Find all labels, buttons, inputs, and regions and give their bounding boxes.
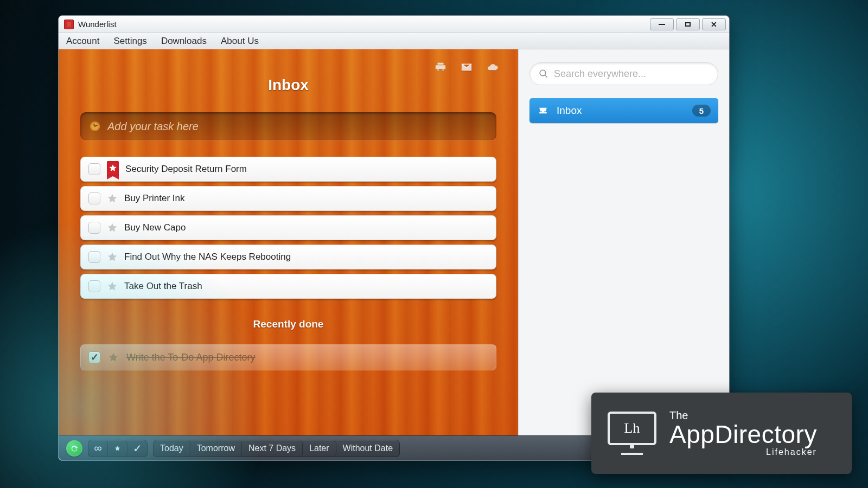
maximize-button[interactable]	[676, 18, 700, 30]
task-checkbox[interactable]	[88, 222, 100, 234]
add-task-input[interactable]	[107, 120, 487, 133]
task-checkbox[interactable]	[88, 280, 100, 292]
clock-icon	[90, 121, 100, 131]
date-filter-group: Today Tomorrow Next 7 Days Later Without…	[153, 440, 400, 457]
task-row[interactable]: Security Deposit Return Form	[80, 157, 496, 182]
task-label: Write the To-Do App Directory	[126, 352, 255, 363]
app-directory-overlay: Lh The AppDirectory Lifehacker	[591, 393, 852, 474]
task-label: Security Deposit Return Form	[125, 164, 247, 175]
task-row[interactable]: Find Out Why the NAS Keeps Rebooting	[80, 245, 496, 269]
filter-nodate[interactable]: Without Date	[336, 440, 399, 457]
done-filter-icon[interactable]: ✓	[127, 440, 147, 457]
task-checkbox[interactable]	[88, 251, 100, 263]
overlay-sub: Lifehacker	[766, 448, 817, 457]
task-row[interactable]: Take Out the Trash	[80, 274, 496, 299]
link-icon[interactable]: ∞	[88, 440, 108, 457]
task-checkbox[interactable]	[88, 192, 100, 204]
search-icon	[539, 69, 548, 79]
tool-group: ∞ ✓	[88, 440, 148, 457]
sidebar-item-inbox[interactable]: Inbox 5	[529, 98, 718, 123]
star-icon[interactable]	[108, 352, 119, 363]
recently-done-label: Recently done	[80, 318, 496, 330]
done-task-row[interactable]: ✓ Write the To-Do App Directory	[80, 344, 496, 370]
titlebar[interactable]: Wunderlist ✕	[59, 16, 729, 33]
overlay-the: The	[669, 410, 817, 421]
monitor-monogram: Lh	[608, 412, 656, 445]
menu-account[interactable]: Account	[66, 36, 99, 47]
task-label: Take Out the Trash	[124, 281, 202, 292]
mail-icon[interactable]	[459, 61, 474, 75]
task-label: Buy Printer Ink	[124, 193, 185, 204]
filter-today[interactable]: Today	[154, 440, 190, 457]
task-checkbox[interactable]	[88, 163, 100, 175]
star-icon[interactable]	[107, 222, 118, 233]
task-checkbox-checked[interactable]: ✓	[88, 351, 100, 363]
sidebar-item-count: 5	[692, 105, 711, 117]
print-icon[interactable]	[433, 61, 448, 75]
menu-downloads[interactable]: Downloads	[161, 36, 207, 47]
main-panel: Inbox Security Deposit Return Form Buy P…	[59, 49, 518, 435]
menubar: Account Settings Downloads About Us	[59, 33, 729, 49]
minimize-button[interactable]	[650, 18, 674, 30]
task-label: Find Out Why the NAS Keeps Rebooting	[124, 252, 291, 262]
close-button[interactable]: ✕	[702, 18, 726, 30]
filter-later[interactable]: Later	[303, 440, 336, 457]
app-icon	[64, 20, 74, 29]
monitor-icon: Lh	[608, 412, 656, 455]
starred-filter-icon[interactable]	[108, 440, 127, 457]
overlay-title: AppDirectory	[669, 422, 817, 447]
search-field[interactable]	[529, 62, 718, 85]
menu-about[interactable]: About Us	[221, 36, 259, 47]
sidebar: Inbox 5	[518, 49, 729, 435]
filter-next7[interactable]: Next 7 Days	[242, 440, 303, 457]
star-icon[interactable]	[107, 193, 118, 204]
task-row[interactable]: Buy Printer Ink	[80, 186, 496, 211]
menu-settings[interactable]: Settings	[113, 36, 146, 47]
add-task-field[interactable]	[80, 112, 496, 140]
task-label: Buy New Capo	[124, 222, 186, 233]
star-icon[interactable]	[107, 281, 118, 292]
filter-tomorrow[interactable]: Tomorrow	[190, 440, 242, 457]
star-icon[interactable]	[107, 252, 118, 262]
sidebar-item-label: Inbox	[557, 105, 582, 117]
star-ribbon-icon[interactable]	[107, 161, 119, 176]
search-input[interactable]	[554, 68, 709, 80]
task-row[interactable]: Buy New Capo	[80, 215, 496, 240]
list-title: Inbox	[80, 76, 496, 94]
window-title: Wunderlist	[78, 20, 117, 29]
task-list: Security Deposit Return Form Buy Printer…	[80, 157, 496, 299]
inbox-icon	[537, 106, 549, 115]
sync-button[interactable]	[66, 440, 82, 457]
cloud-icon[interactable]	[486, 61, 500, 75]
